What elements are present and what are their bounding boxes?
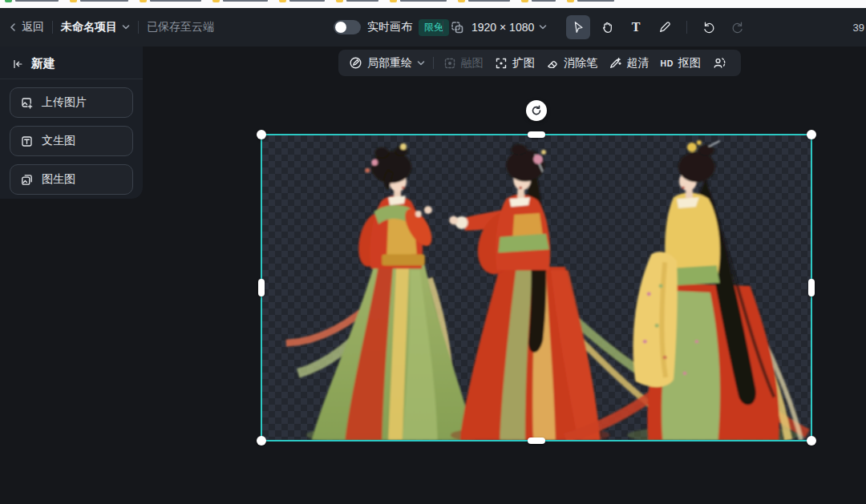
figure-left [286,143,482,440]
blend-image-button[interactable]: 融图 [443,56,484,71]
project-name: 未命名项目 [61,20,117,34]
text-to-image-button[interactable]: 文生图 [10,126,133,156]
bookmark-label-cropped [400,0,447,2]
bookmark-item[interactable] [521,0,556,2]
expand-image-label: 扩图 [512,56,535,71]
hd-upscale-button[interactable]: HD 抠图 [661,56,701,71]
bookmark-label-cropped [346,0,378,2]
bookmark-folder-icon [70,0,77,2]
bookmark-label-cropped [15,0,59,2]
bookmark-item[interactable] [458,0,510,2]
header-divider [52,21,53,34]
cutout-person-icon [712,56,726,70]
blend-image-icon [443,57,456,70]
bookmark-label-cropped [289,0,325,2]
rotate-handle[interactable] [526,100,547,121]
expand-image-button[interactable]: 扩图 [495,56,535,71]
figure-right [565,140,807,440]
bookmark-folder-icon [336,0,343,2]
realtime-canvas-toggle[interactable] [334,20,361,34]
cursor-icon [571,20,585,34]
image-to-image-icon [20,173,34,187]
eraser-pen-button[interactable]: 消除笔 [546,56,597,71]
canvas-size-selector[interactable]: 1920 × 1080 [471,21,547,34]
bookmark-folder-icon [521,0,528,2]
bookmarks-row [5,0,614,2]
bookmark-item[interactable] [212,0,268,2]
back-button[interactable]: 返回 [8,20,44,34]
bookmark-item[interactable] [567,0,614,2]
canvas-selected-image[interactable] [261,134,812,442]
collapse-panel-icon[interactable] [11,58,24,71]
bookmark-folder-icon [212,0,220,2]
zoom-level[interactable]: 39 [853,8,864,46]
project-name-menu[interactable]: 未命名项目 [61,20,130,34]
toolbar-divider [433,57,434,69]
text-to-image-label: 文生图 [42,134,75,148]
resize-handle-top[interactable] [528,131,545,138]
resize-handle-bottom[interactable] [528,437,545,444]
bookmark-item[interactable] [5,0,59,2]
resize-handle-top-right[interactable] [807,130,816,139]
canvas-edit-toolbar: 局部重绘 融图 扩图 消除笔 [338,50,741,76]
toggle-knob [335,22,346,33]
redo-icon [730,20,745,34]
left-panel: 新建 上传图片 文生图 图生图 [0,46,143,199]
resize-handle-right[interactable] [808,279,815,296]
detail-repair-label: 超清 [626,56,649,71]
blend-image-label: 融图 [461,56,484,71]
canvas-resize-icon [451,21,464,34]
bookmark-label-cropped [577,0,614,2]
bookmark-item[interactable] [140,0,201,2]
hand-tool-button[interactable] [595,15,619,39]
inpaint-label: 局部重绘 [367,56,412,71]
bookmark-item[interactable] [279,0,325,2]
bookmark-item[interactable] [336,0,378,2]
text-tool-icon: T [632,20,641,34]
pen-tool-button[interactable] [653,15,677,39]
hand-icon [600,20,614,34]
bookmark-item[interactable] [70,0,128,2]
app-header: 返回 未命名项目 已保存至云端 实时画布 限免 1920 × 1080 [0,8,866,46]
eraser-icon [546,57,559,70]
detail-repair-button[interactable]: 超清 [609,56,649,71]
redo-button[interactable] [726,15,750,39]
text-tool-button[interactable]: T [624,15,648,39]
bookmark-favicon [5,0,12,2]
resize-handle-left[interactable] [258,279,265,296]
header-divider [138,21,139,34]
chevron-down-icon [417,60,425,67]
undo-icon [702,20,716,34]
hd-upscale-label: 抠图 [678,56,701,71]
bookmark-label-cropped [468,0,510,2]
chevron-down-icon [122,24,130,30]
rotate-icon [531,105,542,116]
image-to-image-button[interactable]: 图生图 [10,164,133,195]
eraser-pen-label: 消除笔 [564,56,597,71]
bookmark-folder-icon [140,0,147,2]
resize-handle-bottom-left[interactable] [257,436,266,446]
app-root: 返回 未命名项目 已保存至云端 实时画布 限免 1920 × 1080 [0,0,866,504]
bookmark-label-cropped [223,0,268,2]
back-label: 返回 [22,20,44,34]
resize-handle-bottom-right[interactable] [807,436,816,446]
inpaint-button[interactable]: 局部重绘 [349,56,425,71]
cursor-tool-button[interactable] [566,15,590,39]
undo-button[interactable] [697,15,721,39]
resize-handle-top-left[interactable] [257,130,266,139]
hanfu-women-image [262,135,811,440]
bookmark-folder-icon [458,0,465,2]
cutout-button[interactable] [712,56,730,70]
upload-image-icon [20,96,34,110]
bookmark-folder-icon [279,0,286,2]
bookmark-item[interactable] [390,0,447,2]
canvas-size-value: 1920 × 1080 [471,21,534,34]
bookmark-folder-icon [390,0,397,2]
image-to-image-label: 图生图 [42,172,75,187]
chevron-left-icon [8,22,18,32]
upload-image-button[interactable]: 上传图片 [10,87,133,118]
bookmark-folder-icon [567,0,574,2]
save-status: 已保存至云端 [147,20,214,34]
bookmark-label-cropped [532,0,556,2]
chevron-down-icon [539,24,547,30]
